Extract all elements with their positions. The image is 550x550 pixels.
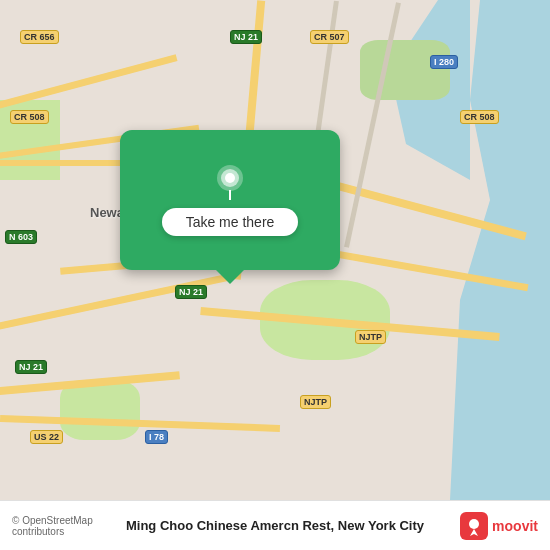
route-label-7: NJ 21 — [175, 285, 207, 299]
green-area-2 — [60, 380, 140, 440]
route-label-9: NJTP — [355, 330, 386, 344]
route-label-1: NJ 21 — [230, 30, 262, 44]
green-area-4 — [360, 40, 450, 100]
svg-point-4 — [469, 519, 479, 529]
route-label-5: CR 508 — [460, 110, 499, 124]
route-label-2: CR 507 — [310, 30, 349, 44]
place-name: Ming Choo Chinese Amercn Rest, New York … — [121, 518, 429, 533]
route-label-6: N 603 — [5, 230, 37, 244]
bottom-bar: © OpenStreetMap contributors Ming Choo C… — [0, 500, 550, 550]
location-pin — [212, 164, 248, 200]
take-me-there-popup: Take me there — [120, 130, 340, 270]
route-label-8: NJ 21 — [15, 360, 47, 374]
route-label-12: I 78 — [145, 430, 168, 444]
route-label-10: NJTP — [300, 395, 331, 409]
moovit-icon — [460, 512, 488, 540]
route-label-4: CR 508 — [10, 110, 49, 124]
moovit-text: moovit — [492, 518, 538, 534]
take-me-there-button[interactable]: Take me there — [162, 208, 299, 236]
map-container: Newark CR 656NJ 21CR 507I 280CR 508CR 50… — [0, 0, 550, 500]
route-label-0: CR 656 — [20, 30, 59, 44]
route-label-11: US 22 — [30, 430, 63, 444]
svg-point-2 — [225, 173, 235, 183]
route-label-3: I 280 — [430, 55, 458, 69]
moovit-logo: moovit — [435, 512, 538, 540]
copyright-text: © OpenStreetMap contributors — [12, 515, 115, 537]
